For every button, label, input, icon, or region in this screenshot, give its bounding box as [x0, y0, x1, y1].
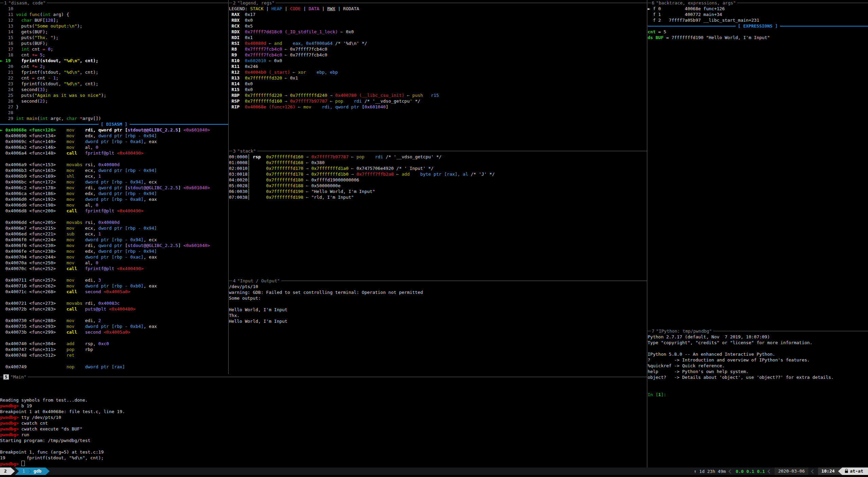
session-badge[interactable]: 2: [0, 467, 11, 475]
terminal-line: 0x4006e7 <func+215> mov ecx, dword ptr […: [0, 225, 228, 231]
terminal-line: [648, 346, 868, 351]
status-right: ↑ 1d 23h 49m 0.0 0.1 0.1 2020-03-06 10:2…: [692, 467, 868, 475]
hostname-badge: at-at: [842, 467, 868, 475]
terminal-line: 19 fprintf(stdout, "%d\n", cnt);: [0, 455, 647, 461]
pane-stack[interactable]: 3 "stack" 00:0000│ rsp 0x7fffffffd160 → …: [229, 148, 647, 278]
terminal-line: 0x400730 <func+288> mov edi, 2: [0, 318, 228, 323]
terminal-line: Type "copyright", "credits" or "license"…: [648, 340, 868, 346]
pane-title: "backtrace, expressions, args": [654, 0, 737, 5]
pane-input-output[interactable]: 4 "Input / Output" /dev/pts/10warning: G…: [229, 278, 647, 374]
pane-header-input-output: 4 "Input / Output": [229, 278, 647, 284]
terminal-line: Reading symbols from test...done.: [0, 397, 647, 403]
border-line: [0, 3, 3, 3]
terminal-line: 24 second(3);: [0, 87, 228, 92]
pane-ipython[interactable]: 7 "IPython: tmp/pwndbg" Python 2.7.17 (d…: [648, 328, 868, 467]
terminal-line: 0x4006b9 <func+169> shl ecx, 1: [0, 173, 228, 179]
divider-line: [0, 124, 98, 125]
terminal-line: 0x4006b3 <func+163> mov ecx, dword ptr […: [0, 167, 228, 173]
powerline-separator: [11, 467, 15, 475]
terminal-line: R15 0x0: [229, 87, 647, 92]
border-line: [276, 3, 647, 3]
terminal-line: 21 fprintf(stdout, "%d\n", cnt);: [0, 69, 228, 75]
border-line: [281, 281, 647, 281]
pane-border-vertical-left[interactable]: [228, 0, 229, 374]
ipython-console[interactable]: Python 2.7.17 (default, Nov 7 2019, 10:0…: [648, 334, 868, 398]
terminal-line: RDX 0x7ffff7dd18c0 (_IO_stdfile_1_lock) …: [229, 29, 647, 35]
uptime-value: 1d 23h 49m: [699, 469, 726, 474]
terminal-line: [648, 380, 868, 386]
terminal-line: ? -> Introduction and overview of IPytho…: [648, 357, 868, 363]
terminal-line: 0x400740 <func+304> add rsp, 0xc0: [0, 341, 228, 347]
terminal-line: 0x4006d8 <func+200> call fprintf@plt <0x…: [0, 208, 228, 214]
terminal-line: 0x40070c <func+252> call fprintf@plt <0x…: [0, 266, 228, 271]
date-value: 2020-03-06: [775, 467, 808, 475]
terminal-line: RBX 0x0: [229, 17, 647, 23]
border-line: [257, 151, 647, 151]
window-tab-gdb[interactable]: 1 gdb: [19, 467, 46, 475]
pane-title: "IPython: tmp/pwndbg": [654, 329, 713, 334]
terminal-line: Hello World, I'm Input: [229, 307, 647, 313]
pane-main-gdb[interactable]: 5 "Main" Reading symbols from test...don…: [0, 374, 647, 467]
terminal-line: Thx.: [229, 313, 647, 318]
chevron-left-icon: [768, 469, 772, 474]
pane-legend-regs[interactable]: 2 "legend, regs" LEGEND: STACK | HEAP | …: [229, 0, 647, 148]
gdb-console[interactable]: Reading symbols from test...done.pwndbg>…: [0, 380, 647, 466]
terminal-line: pwndbg> b 19: [0, 403, 647, 409]
terminal-line: 00:0000│ rsp 0x7fffffffd160 → 0x7ffff7b9…: [229, 154, 647, 160]
terminal-line: Python 2.7.17 (default, Nov 7 2019, 10:0…: [648, 334, 868, 340]
terminal-line: help -> Python's own help system.: [648, 369, 868, 374]
terminal-line: 13 puts("Some output:\n");: [0, 23, 228, 29]
terminal-line: [0, 380, 647, 386]
pane-header-ipython: 7 "IPython: tmp/pwndbg": [648, 328, 868, 334]
border-line: [737, 3, 868, 3]
terminal-line: R10 0x602010 ← 0x0: [229, 58, 647, 64]
chevron-right-icon: [27, 469, 32, 474]
terminal-line: [0, 295, 228, 300]
border-line: [47, 3, 228, 3]
terminal-line: [0, 271, 228, 277]
terminal-line: R14 0x0: [229, 81, 647, 87]
terminal-line: RSI 0x40080d ← and eax, 0x4f000a64 /* '%…: [229, 40, 647, 46]
terminal-line: 0x4006a9 <func+153> movabs rsi, 0x40080d: [0, 162, 228, 167]
terminal-line: 06:0030│ 0x7fffffffd190 ← "Hello World, …: [229, 189, 647, 194]
expressions-divider: [ EXPRESSIONS ]: [648, 23, 868, 29]
watch-expressions: cnt = 5ds BUF = 7fffffffd190 "Hello Worl…: [648, 29, 868, 40]
divider-line: [780, 26, 868, 26]
pane-title: "Main": [9, 374, 28, 379]
terminal-line: 04:0020│ 0x7fffffffd180 ← 0xffffd1900000…: [229, 177, 647, 183]
pane-header-legend-regs: 2 "legend, regs": [229, 0, 647, 6]
terminal-line: 0x40071c <func+268> call second <0x4005a…: [0, 289, 228, 295]
terminal-line: RBP 0x7fffffffd220 → 0x7fffffffd240 → 0x…: [229, 92, 647, 98]
powerline-separator: [15, 467, 19, 475]
terminal-line: 03:0018│ 0x7fffffffd178 → 0x7fffffffd1b0…: [229, 171, 647, 177]
pane-backtrace-expressions[interactable]: 6 "backtrace, expressions, args" ► f 0 4…: [648, 0, 868, 328]
text-cursor: [21, 461, 25, 466]
terminal-line: 0x4006d6 <func+198> mov al, 0: [0, 202, 228, 208]
border-line: [648, 3, 651, 3]
terminal-line: Breakpoint 1 at 0x40068e: file test.c, l…: [0, 409, 647, 414]
terminal-line: [0, 214, 228, 219]
terminal-line: cnt = 5: [648, 29, 868, 35]
terminal-line: 0x4006ca <func+186> mov edx, dword ptr […: [0, 191, 228, 196]
status-left: 2 1 gdb: [0, 467, 50, 475]
terminal-line: 14 gets(BUF);: [0, 29, 228, 35]
terminal-line: /dev/pts/10: [229, 284, 647, 289]
terminal-line: R12 0x4004b0 (_start) ← xor ebp, ebp: [229, 69, 647, 75]
terminal-line: 02:0010│ 0x7fffffffd170 → 0x7fffffffd1a0…: [229, 165, 647, 171]
pane-disasm-code[interactable]: 1 "disasm, code" 10 11 void func(int arg…: [0, 0, 228, 374]
terminal-line: 0x400749 nop dword ptr [rax]: [0, 364, 228, 370]
terminal-line: IPython 5.8.0 -- An enhanced Interactive…: [648, 351, 868, 357]
pane-title: "legend, regs": [236, 0, 276, 5]
terminal-line: warning: GDB: Failed to set controlling …: [229, 289, 647, 295]
terminal-line: [229, 301, 647, 307]
border-line: [648, 331, 651, 331]
terminal-line: 0x400716 <func+262> mov dword ptr [rbp -…: [0, 283, 228, 289]
pane-number: 3: [232, 148, 236, 154]
terminal-line: ► 0x40068e <func+126> mov rdi, qword ptr…: [0, 127, 228, 133]
terminal-line: 10: [0, 6, 228, 12]
terminal-line: RIP 0x40068e (func+126) ← mov rdi, qword…: [229, 104, 647, 110]
terminal-line: 0x4006ed <func+221> sub ecx, 1: [0, 231, 228, 237]
terminal-line: 18 cnt += 5;: [0, 52, 228, 58]
backtrace-frames: ► f 0 40068e func+126 f 1 400772 main+34…: [648, 6, 868, 23]
pane-border-vertical-right[interactable]: [647, 0, 647, 467]
